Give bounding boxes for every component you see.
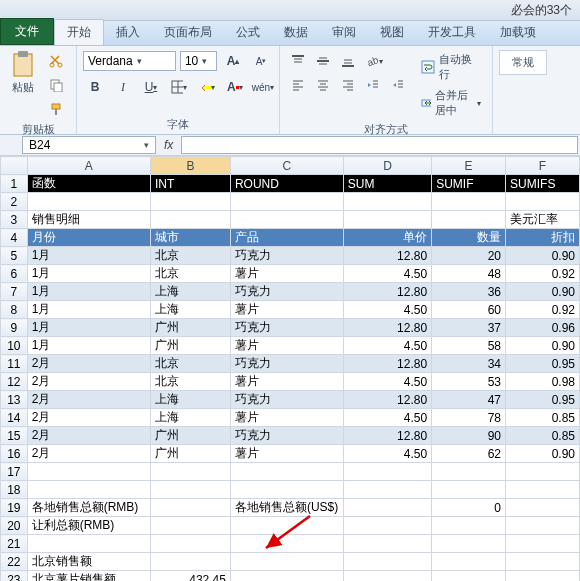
right-align-button[interactable] — [336, 74, 360, 96]
cell[interactable]: 0 — [432, 499, 506, 517]
cell[interactable]: 2月 — [27, 355, 150, 373]
cell[interactable]: 90 — [432, 427, 506, 445]
file-tab[interactable]: 文件 — [0, 18, 54, 45]
cell[interactable]: 4.50 — [343, 373, 431, 391]
tab-insert[interactable]: 插入 — [104, 20, 152, 45]
cell[interactable]: 上海 — [150, 409, 230, 427]
col-D[interactable]: D — [343, 157, 431, 175]
cell[interactable] — [150, 463, 230, 481]
cell[interactable]: 0.90 — [506, 247, 580, 265]
cell[interactable] — [230, 553, 343, 571]
cell[interactable]: 0.90 — [506, 445, 580, 463]
col-E[interactable]: E — [432, 157, 506, 175]
cell[interactable]: 0.98 — [506, 373, 580, 391]
col-F[interactable]: F — [506, 157, 580, 175]
cell[interactable]: 北京薯片销售额 — [27, 571, 150, 582]
row-8[interactable]: 8 — [1, 301, 28, 319]
font-color-button[interactable]: A▾ — [223, 76, 247, 98]
bottom-align-button[interactable] — [336, 50, 360, 72]
cell[interactable]: 78 — [432, 409, 506, 427]
cell[interactable] — [27, 463, 150, 481]
borders-button[interactable]: ▾ — [167, 76, 191, 98]
tab-review[interactable]: 审阅 — [320, 20, 368, 45]
cell[interactable] — [432, 535, 506, 553]
copy-button[interactable] — [44, 74, 68, 96]
cell[interactable] — [150, 517, 230, 535]
italic-button[interactable]: I — [111, 76, 135, 98]
cell[interactable] — [150, 211, 230, 229]
wrap-text-button[interactable]: 自动换行 — [416, 50, 486, 84]
cell[interactable]: 巧克力 — [230, 247, 343, 265]
cell[interactable] — [343, 499, 431, 517]
row-1[interactable]: 1 — [1, 175, 28, 193]
row-15[interactable]: 15 — [1, 427, 28, 445]
number-format-normal[interactable]: 常规 — [499, 50, 547, 75]
cell[interactable]: 34 — [432, 355, 506, 373]
cell[interactable] — [150, 481, 230, 499]
cell[interactable]: 1月 — [27, 283, 150, 301]
bold-button[interactable]: B — [83, 76, 107, 98]
cell[interactable]: 2月 — [27, 373, 150, 391]
cell[interactable] — [230, 463, 343, 481]
cell[interactable]: 巧克力 — [230, 319, 343, 337]
cell[interactable]: 1月 — [27, 301, 150, 319]
cell[interactable]: 0.90 — [506, 337, 580, 355]
middle-align-button[interactable] — [311, 50, 335, 72]
cell[interactable] — [432, 481, 506, 499]
cell[interactable]: 巧克力 — [230, 283, 343, 301]
cell[interactable] — [27, 481, 150, 499]
tab-page-layout[interactable]: 页面布局 — [152, 20, 224, 45]
cell[interactable]: 北京销售额 — [27, 553, 150, 571]
cell[interactable]: 上海 — [150, 283, 230, 301]
cell[interactable]: 432.45 — [150, 571, 230, 582]
cell[interactable]: 广州 — [150, 445, 230, 463]
cell[interactable] — [343, 553, 431, 571]
cell[interactable] — [230, 517, 343, 535]
cell[interactable]: SUMIF — [432, 175, 506, 193]
cell[interactable]: 广州 — [150, 427, 230, 445]
cell[interactable]: 产品 — [230, 229, 343, 247]
cell[interactable]: 60 — [432, 301, 506, 319]
cell[interactable]: 12.80 — [343, 391, 431, 409]
row-7[interactable]: 7 — [1, 283, 28, 301]
cell[interactable]: 0.95 — [506, 391, 580, 409]
phonetic-button[interactable]: wén▾ — [251, 76, 275, 98]
cell[interactable]: 37 — [432, 319, 506, 337]
tab-data[interactable]: 数据 — [272, 20, 320, 45]
cell[interactable]: 月份 — [27, 229, 150, 247]
cell[interactable]: 58 — [432, 337, 506, 355]
font-size-combo[interactable]: 10▾ — [180, 51, 217, 71]
cell[interactable]: 4.50 — [343, 337, 431, 355]
cell[interactable]: 销售明细 — [27, 211, 150, 229]
cell[interactable] — [506, 553, 580, 571]
row-20[interactable]: 20 — [1, 517, 28, 535]
cell[interactable]: ROUND — [230, 175, 343, 193]
cell[interactable] — [343, 535, 431, 553]
select-all-corner[interactable] — [1, 157, 28, 175]
cell[interactable]: 薯片 — [230, 409, 343, 427]
cell[interactable] — [27, 535, 150, 553]
cell[interactable] — [343, 517, 431, 535]
cell[interactable]: 上海 — [150, 391, 230, 409]
left-align-button[interactable] — [286, 74, 310, 96]
cell[interactable]: 4.50 — [343, 301, 431, 319]
cell[interactable] — [506, 499, 580, 517]
font-name-combo[interactable]: Verdana▾ — [83, 51, 176, 71]
cell[interactable]: SUMIFS — [506, 175, 580, 193]
grow-font-button[interactable]: A▴ — [221, 50, 245, 72]
cell[interactable] — [230, 481, 343, 499]
cell[interactable]: 巧克力 — [230, 391, 343, 409]
cell[interactable]: 12.80 — [343, 283, 431, 301]
cell[interactable] — [230, 535, 343, 553]
cell[interactable]: 36 — [432, 283, 506, 301]
cell[interactable] — [343, 463, 431, 481]
decrease-indent-button[interactable] — [361, 74, 385, 96]
fill-color-button[interactable]: ▾ — [195, 76, 219, 98]
cell[interactable]: 北京 — [150, 265, 230, 283]
cell[interactable]: 4.50 — [343, 445, 431, 463]
cell[interactable] — [27, 193, 150, 211]
row-11[interactable]: 11 — [1, 355, 28, 373]
row-12[interactable]: 12 — [1, 373, 28, 391]
tab-addins[interactable]: 加载项 — [488, 20, 548, 45]
top-align-button[interactable] — [286, 50, 310, 72]
